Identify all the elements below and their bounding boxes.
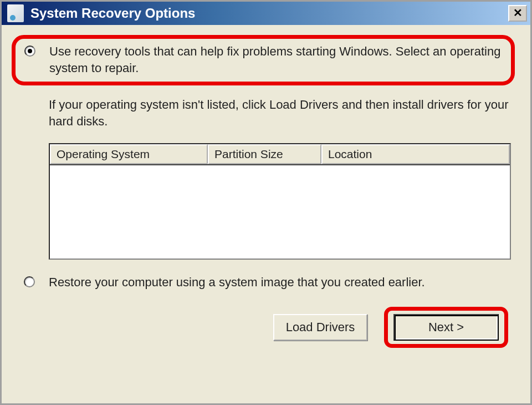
column-header-location[interactable]: Location (321, 144, 510, 164)
os-table[interactable]: Operating System Partition Size Location (49, 143, 511, 260)
dialog-content: Use recovery tools that can help fix pro… (2, 25, 530, 403)
button-row: Load Drivers Next > (18, 307, 514, 348)
recovery-icon (7, 4, 24, 22)
next-button[interactable]: Next > (393, 314, 499, 341)
hint-text: If your operating system isn't listed, c… (49, 97, 514, 129)
column-header-os[interactable]: Operating System (50, 144, 208, 164)
system-recovery-window: System Recovery Options ✕ Use recovery t… (0, 0, 532, 405)
close-button[interactable]: ✕ (508, 5, 527, 22)
option-recovery-tools[interactable]: Use recovery tools that can help fix pro… (19, 43, 504, 76)
option-restore-image-label: Restore your computer using a system ima… (49, 274, 514, 291)
option-recovery-tools-label: Use recovery tools that can help fix pro… (49, 43, 504, 76)
close-icon: ✕ (513, 7, 523, 19)
load-drivers-button[interactable]: Load Drivers (273, 314, 367, 341)
highlighted-next-annotation: Next > (384, 307, 508, 348)
window-title: System Recovery Options (30, 6, 508, 21)
radio-recovery-tools[interactable] (24, 45, 35, 57)
table-header-row: Operating System Partition Size Location (50, 144, 510, 165)
titlebar: System Recovery Options ✕ (2, 2, 530, 25)
option-restore-image[interactable]: Restore your computer using a system ima… (18, 274, 514, 291)
highlighted-option-annotation: Use recovery tools that can help fix pro… (12, 35, 515, 85)
column-header-partition[interactable]: Partition Size (208, 144, 321, 164)
radio-restore-image[interactable] (24, 276, 35, 287)
